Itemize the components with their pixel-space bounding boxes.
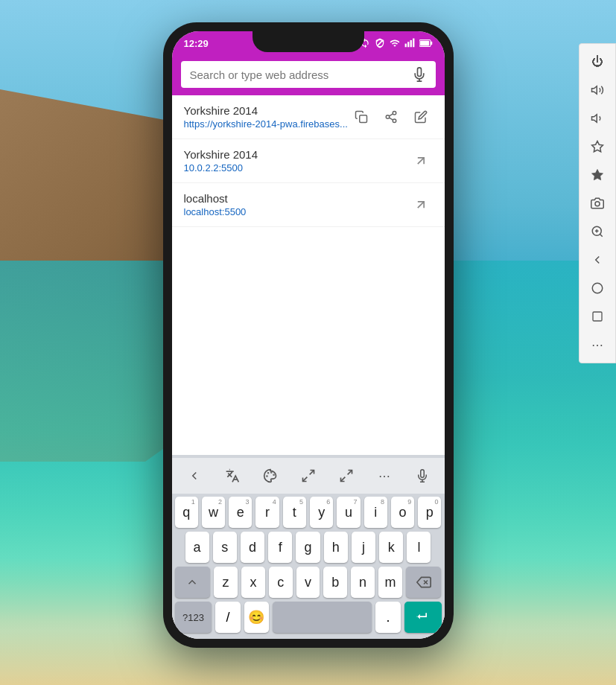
svg-line-25 [389, 114, 393, 116]
erase2-button[interactable] [584, 162, 611, 188]
status-time: 12:29 [184, 38, 209, 49]
svg-line-6 [600, 234, 602, 236]
navigate-button-3[interactable] [409, 193, 433, 217]
svg-point-28 [270, 472, 271, 473]
copy-button-1[interactable] [349, 105, 373, 129]
edit-button-1[interactable] [409, 105, 433, 129]
slash-key[interactable]: / [215, 602, 240, 633]
svg-line-33 [302, 477, 307, 482]
svg-rect-11 [404, 44, 406, 48]
address-bar[interactable] [181, 61, 436, 88]
result-content-3: localhost localhost:5500 [184, 192, 409, 217]
key-b[interactable]: b [323, 567, 347, 598]
key-d[interactable]: d [241, 532, 264, 563]
result-title-2: Yorkshire 2014 [184, 148, 409, 161]
result-url-2: 10.0.2.2:5500 [184, 162, 409, 173]
result-content-1: Yorkshire 2014 https://yorkshire-2014-pw… [184, 104, 349, 130]
key-s[interactable]: s [213, 532, 237, 563]
emoji-key[interactable]: 😊 [244, 602, 269, 633]
home-nav-button[interactable] [584, 275, 611, 302]
shift-key[interactable] [175, 567, 211, 598]
svg-marker-1 [592, 115, 597, 123]
key-h[interactable]: h [324, 532, 348, 563]
enter-key[interactable] [404, 602, 442, 633]
key-a[interactable]: a [185, 532, 209, 563]
key-m[interactable]: m [378, 567, 402, 598]
key-t[interactable]: 5t [283, 497, 306, 528]
battery-icon [419, 39, 433, 48]
key-q[interactable]: 1q [175, 497, 198, 528]
svg-point-31 [267, 476, 267, 477]
space-key[interactable] [273, 602, 372, 633]
key-l[interactable]: l [407, 532, 431, 563]
key-x[interactable]: x [241, 567, 265, 598]
toolbar-palette-button[interactable] [257, 462, 284, 489]
navigate-button-2[interactable] [409, 149, 433, 173]
status-icons [360, 38, 433, 48]
power-button[interactable]: ⏻ [584, 48, 611, 75]
backspace-icon [416, 575, 431, 590]
result-title-1: Yorkshire 2014 [184, 104, 349, 117]
empty-results-space [172, 227, 445, 316]
key-z[interactable]: z [214, 567, 238, 598]
result-item-3[interactable]: localhost localhost:5500 [172, 183, 445, 227]
back-nav-button[interactable] [584, 246, 611, 273]
vpn-icon [375, 38, 385, 48]
key-r[interactable]: 4r [255, 497, 279, 528]
toolbar-translate-button[interactable] [219, 462, 246, 489]
share-button-1[interactable] [379, 105, 403, 129]
toolbar-more-button[interactable]: ⋯ [371, 462, 398, 489]
key-y[interactable]: 6y [310, 497, 333, 528]
volume-up-button[interactable] [584, 77, 611, 103]
symbols-key[interactable]: ?123 [175, 602, 212, 633]
key-j[interactable]: j [352, 532, 375, 563]
result-url-3: localhost:5500 [184, 206, 409, 217]
keyboard-row-3: z x c v b n m [172, 567, 445, 598]
key-p[interactable]: 0p [418, 497, 441, 528]
camera-button[interactable] [584, 190, 611, 217]
keyboard-row-2: a s d f g h j k l [172, 532, 445, 563]
svg-point-30 [267, 473, 268, 474]
svg-marker-3 [592, 170, 603, 180]
erase-button[interactable] [584, 133, 611, 160]
enter-icon [416, 610, 431, 625]
toolbar-expand-button[interactable] [333, 462, 360, 489]
result-item-1[interactable]: Yorkshire 2014 https://yorkshire-2014-pw… [172, 95, 445, 139]
backspace-key[interactable] [406, 567, 442, 598]
recent-nav-button[interactable] [584, 303, 611, 330]
result-actions-1 [349, 105, 433, 129]
address-input[interactable] [190, 68, 406, 81]
volume-down-button[interactable] [584, 105, 611, 132]
toolbar-back-button[interactable] [181, 462, 208, 489]
svg-rect-20 [359, 115, 366, 123]
keyboard: ⋯ 1q 2w 3e 4r 5t 6y 7u 8i 9o 0p [172, 455, 445, 639]
key-v[interactable]: v [296, 567, 320, 598]
key-g[interactable]: g [296, 532, 320, 563]
svg-rect-12 [407, 42, 409, 47]
period-key[interactable]: . [375, 602, 400, 633]
result-url-1: https://yorkshire-2014-pwa.firebases... [184, 118, 349, 130]
toolbar-mic-button[interactable] [409, 462, 436, 489]
key-i[interactable]: 8i [364, 497, 387, 528]
wifi-icon [390, 38, 400, 48]
key-u[interactable]: 7u [337, 497, 360, 528]
svg-rect-17 [431, 42, 432, 45]
mic-icon[interactable] [412, 67, 427, 82]
zoom-button[interactable] [584, 218, 611, 245]
toolbar-resize-button[interactable] [295, 462, 322, 489]
key-c[interactable]: c [269, 567, 293, 598]
key-n[interactable]: n [351, 567, 375, 598]
svg-line-34 [347, 471, 352, 475]
phone-notch [253, 31, 364, 52]
svg-line-35 [340, 477, 345, 482]
result-item-2[interactable]: Yorkshire 2014 10.0.2.2:5500 [172, 139, 445, 183]
key-e[interactable]: 3e [229, 497, 252, 528]
more-panel-button[interactable]: ⋯ [584, 331, 611, 358]
key-o[interactable]: 9o [391, 497, 414, 528]
svg-point-21 [393, 112, 396, 115]
key-f[interactable]: f [268, 532, 292, 563]
svg-rect-14 [413, 39, 414, 48]
key-k[interactable]: k [379, 532, 403, 563]
key-w[interactable]: 2w [202, 497, 225, 528]
phone-screen: 12:29 [172, 31, 445, 639]
